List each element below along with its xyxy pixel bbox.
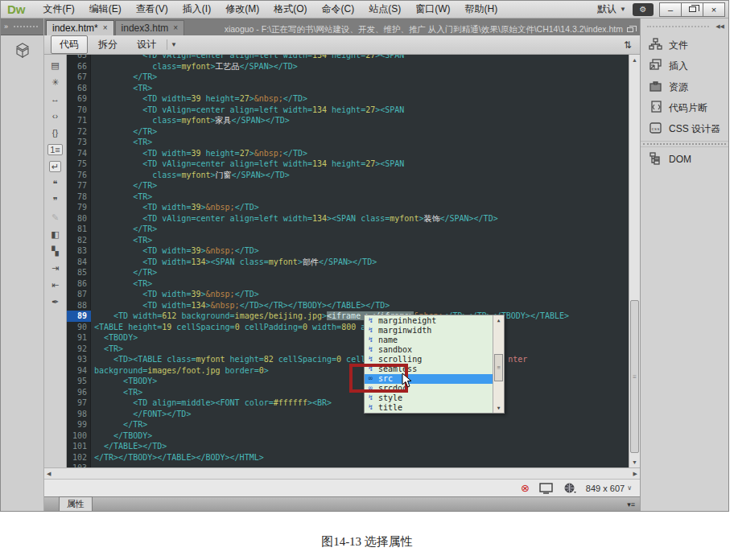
code-text: </TR></TBODY></TABLE></BODY></HTML> — [91, 452, 264, 463]
line-number: 78 — [67, 191, 91, 203]
preview-globe-icon[interactable] — [564, 483, 576, 494]
tab-close-icon[interactable]: × — [103, 23, 108, 32]
error-status-icon[interactable]: ⊗ — [521, 482, 530, 494]
menu-item[interactable]: 修改(M) — [219, 1, 266, 18]
dropdown-scrollbar[interactable]: ▲ ≡ ▼ — [493, 315, 504, 413]
code-text: </TABLE></TD> — [91, 441, 167, 452]
properties-tab[interactable]: 属性 — [59, 496, 93, 511]
code-line: 80 <TD vAlign=center align=left width=13… — [67, 213, 629, 224]
menu-item[interactable]: 查看(V) — [130, 1, 175, 18]
menu-item[interactable]: 站点(S) — [362, 1, 407, 18]
tab-close-icon[interactable]: × — [173, 23, 178, 32]
left-dock-header[interactable]: » — [1, 19, 43, 35]
workspace-switcher[interactable]: 默认 ▼ — [597, 2, 626, 16]
extract-panel-icon[interactable] — [14, 42, 31, 60]
collapse-panels-icon[interactable]: ◀◀ — [715, 23, 724, 30]
line-number: 95 — [67, 376, 91, 387]
autocomplete-item[interactable]: ↯marginwidth — [365, 325, 493, 335]
horizontal-scrollbar[interactable]: ◀ ▶ — [44, 467, 640, 479]
code-line: 66 class=myfont>工艺品</SPAN></TD> — [67, 61, 629, 72]
code-options-icon[interactable]: ◧ — [51, 229, 59, 240]
menu-item[interactable]: 编辑(E) — [83, 1, 128, 18]
menu-item[interactable]: 命令(C) — [315, 1, 361, 18]
autocomplete-item[interactable]: ↯marginheight — [365, 315, 493, 325]
panel-item-site-files[interactable]: 文件 — [641, 35, 728, 56]
dropdown-scroll-thumb[interactable]: ≡ — [494, 354, 503, 381]
vertical-scroll-thumb[interactable]: ≡ — [630, 300, 639, 453]
panel-item-dom-tree[interactable]: DOM — [641, 149, 728, 170]
line-number: 96 — [67, 387, 91, 398]
panel-item-css-designer[interactable]: cssCSS 设计器 — [641, 118, 728, 139]
menu-item[interactable]: 插入(I) — [176, 1, 217, 18]
monitor-icon[interactable] — [539, 483, 555, 494]
code-sort-icon[interactable]: ⇅ — [624, 39, 640, 51]
open-documents-icon[interactable]: ▤ — [51, 60, 59, 71]
select-parent-tag-icon[interactable]: ‹› — [52, 110, 58, 121]
outdent-icon[interactable]: ⇤ — [52, 279, 59, 290]
scroll-up-icon[interactable]: ▲ — [629, 55, 640, 65]
properties-panel-bar: 属性 ▾≡ — [44, 496, 640, 511]
attribute-icon: ↯ — [366, 355, 375, 364]
line-numbers-icon[interactable]: 1≡ — [47, 144, 63, 155]
menu-item[interactable]: 窗口(W) — [409, 1, 456, 18]
close-button[interactable]: × — [703, 2, 725, 17]
word-wrap-icon[interactable]: ↵ — [49, 161, 61, 172]
line-number: 103 — [67, 463, 91, 467]
minimize-button[interactable]: – — [659, 2, 682, 17]
coding-toolbar: ▤✳↔‹›{}1≡↵❝❞✎◧▚⇥⇤✒ — [44, 55, 67, 467]
menu-item[interactable]: 文件(F) — [37, 1, 81, 18]
code-line: 85 </TR> — [67, 267, 629, 278]
sync-settings-button[interactable]: ⚙ — [633, 3, 654, 16]
restore-button[interactable] — [681, 2, 703, 17]
line-number: 71 — [67, 115, 91, 126]
dropdown-scroll-down-icon[interactable]: ▼ — [493, 403, 504, 413]
attribute-icon: ↯ — [366, 393, 375, 402]
autocomplete-item[interactable]: ↯title — [365, 403, 493, 413]
code-text: </FONT></TD> — [91, 409, 191, 420]
autocomplete-item[interactable]: ↯scrolling — [365, 354, 493, 364]
document-tab[interactable]: index3.htm× — [115, 20, 185, 35]
apply-comment-icon[interactable]: ❝ — [53, 178, 58, 189]
remove-comment-icon[interactable]: ❞ — [53, 195, 58, 206]
recent-snippets-icon[interactable]: ✒ — [52, 296, 59, 307]
scroll-down-icon[interactable]: ▼ — [629, 457, 640, 467]
document-tab[interactable]: index.htm*× — [46, 20, 114, 35]
line-number: 90 — [67, 322, 91, 333]
collapse-full-tag-icon[interactable]: ✳ — [52, 76, 59, 88]
panel-item-label: 代码片断 — [669, 101, 707, 115]
attribute-icon: ↯ — [366, 336, 375, 344]
autocomplete-item[interactable]: ↯sandbox — [365, 344, 493, 354]
balance-braces-icon[interactable]: {} — [52, 127, 58, 138]
scroll-right-icon[interactable]: ▶ — [633, 471, 637, 477]
view-button-0[interactable]: 代码 — [51, 35, 88, 54]
autocomplete-item[interactable]: ↯name — [365, 335, 493, 344]
panel-item-assets[interactable]: 资源 — [641, 76, 728, 97]
window-size-selector[interactable]: 849 x 607 ∨ — [586, 484, 632, 493]
panel-menu-icon[interactable]: ▾≡ — [627, 500, 635, 509]
menu-item[interactable]: 帮助(H) — [458, 1, 504, 18]
assets-icon — [649, 80, 662, 95]
code-text: <TR> — [91, 137, 152, 148]
code-text: </TR> — [91, 267, 157, 278]
float-window-icon[interactable] — [627, 27, 633, 32]
view-button-1[interactable]: 拆分 — [89, 35, 126, 54]
dropdown-scroll-up-icon[interactable]: ▲ — [493, 315, 504, 325]
format-source-icon[interactable]: ▚ — [52, 245, 58, 257]
view-button-2[interactable]: 设计 — [128, 35, 165, 54]
code-line: 79 <TD width=39>&nbsp;</TD> — [67, 202, 629, 213]
panel-item-insert[interactable]: 插入 — [641, 56, 728, 76]
vertical-scrollbar[interactable]: ▲ ≡ ▼ — [629, 55, 640, 467]
autocomplete-item[interactable]: ↯style — [365, 393, 493, 403]
code-text: <TD align=middle><FONT color=#ffffff><BR… — [91, 397, 332, 409]
code-line: 70 <TD vAlign=center align=left width=13… — [67, 105, 629, 116]
design-view-chevron[interactable]: ▼ — [167, 39, 180, 50]
menu-item[interactable]: 格式(O) — [267, 1, 313, 18]
code-line: 68 <TR> — [67, 83, 629, 94]
indent-icon[interactable]: ⇥ — [52, 262, 59, 274]
panel-item-snippets[interactable]: 代码片断 — [641, 97, 728, 118]
code-line: 94background=images/foot.jpg border=0> — [67, 365, 629, 377]
collapse-selection-icon[interactable]: ↔ — [51, 93, 60, 105]
code-editor[interactable]: 65 <TD vAlign=center align=left width=13… — [67, 55, 629, 467]
code-text: </TBODY> — [91, 430, 152, 442]
scroll-left-icon[interactable]: ◀ — [47, 471, 51, 477]
